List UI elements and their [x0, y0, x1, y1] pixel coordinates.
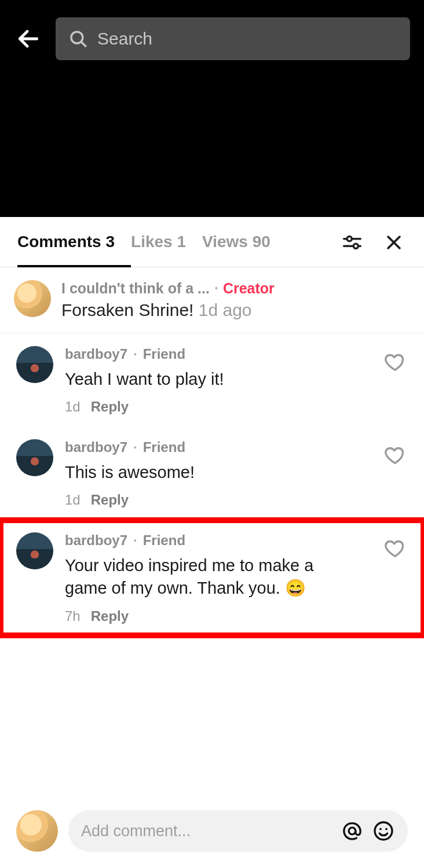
search-icon — [68, 29, 88, 49]
comment-text: Your video inspired me to make a game of… — [65, 554, 343, 599]
video-backdrop: Search — [0, 0, 424, 217]
svg-point-4 — [347, 237, 352, 241]
emoji-icon[interactable] — [372, 819, 395, 843]
comments-list: bardboy7 · Friend Yeah I want to play it… — [0, 333, 424, 801]
relation-label: Friend — [143, 532, 185, 549]
like-button[interactable] — [383, 537, 407, 562]
comment-input[interactable]: Add comment... — [68, 810, 408, 852]
like-button[interactable] — [383, 351, 407, 376]
comment-item: bardboy7 · Friend Your video inspired me… — [0, 520, 424, 635]
comment-ago: 1d — [65, 399, 81, 415]
close-icon — [384, 233, 404, 252]
tab-comments[interactable]: Comments 3 — [17, 233, 115, 264]
avatar[interactable] — [14, 280, 51, 317]
comment-text: This is awesome! — [65, 461, 343, 484]
pinned-title: Forsaken Shrine! — [61, 300, 193, 319]
tab-views[interactable]: Views 90 — [202, 233, 271, 264]
svg-line-2 — [81, 42, 85, 46]
comments-sheet: Comments 3 Likes 1 Views 90 I couldn't t — [0, 214, 424, 868]
reply-button[interactable]: Reply — [91, 608, 129, 624]
avatar[interactable] — [16, 346, 53, 383]
comment-ago: 1d — [65, 492, 81, 508]
svg-point-11 — [379, 828, 382, 830]
arrow-left-icon — [16, 26, 41, 52]
like-button[interactable] — [383, 444, 407, 469]
filter-button[interactable] — [339, 230, 365, 255]
reply-button[interactable]: Reply — [91, 492, 129, 508]
comment-item: bardboy7 · Friend Yeah I want to play it… — [0, 333, 424, 426]
sliders-icon — [341, 231, 363, 253]
tab-row: Comments 3 Likes 1 Views 90 — [0, 214, 424, 267]
pinned-post[interactable]: I couldn't think of a ... · Creator Fors… — [0, 267, 424, 333]
username[interactable]: bardboy7 — [65, 346, 127, 362]
relation-label: Friend — [143, 346, 185, 362]
close-button[interactable] — [381, 230, 407, 255]
creator-badge: Creator — [223, 280, 275, 297]
search-placeholder: Search — [97, 29, 152, 49]
self-avatar[interactable] — [16, 810, 58, 852]
svg-point-6 — [353, 244, 358, 248]
avatar[interactable] — [16, 532, 53, 569]
comment-placeholder: Add comment... — [81, 822, 332, 840]
tab-likes[interactable]: Likes 1 — [131, 233, 186, 264]
username[interactable]: bardboy7 — [65, 439, 127, 455]
comment-text: Yeah I want to play it! — [65, 368, 343, 391]
reply-button[interactable]: Reply — [91, 399, 129, 415]
search-input[interactable]: Search — [56, 17, 410, 60]
username: I couldn't think of a ... — [61, 280, 210, 297]
relation-label: Friend — [143, 439, 185, 455]
comment-item: bardboy7 · Friend This is awesome! 1d Re… — [0, 426, 424, 520]
svg-point-12 — [385, 828, 388, 830]
heart-icon — [383, 444, 407, 467]
svg-point-10 — [375, 822, 392, 840]
mention-icon[interactable] — [341, 819, 364, 843]
comment-ago: 7h — [65, 608, 81, 624]
username[interactable]: bardboy7 — [65, 532, 127, 549]
pinned-ago: 1d ago — [199, 300, 252, 319]
active-tab-underline — [17, 265, 131, 267]
heart-icon — [383, 351, 407, 374]
svg-point-9 — [349, 827, 356, 834]
heart-icon — [383, 537, 407, 560]
back-button[interactable] — [14, 24, 43, 53]
comment-composer: Add comment... — [0, 801, 424, 868]
avatar[interactable] — [16, 439, 53, 476]
